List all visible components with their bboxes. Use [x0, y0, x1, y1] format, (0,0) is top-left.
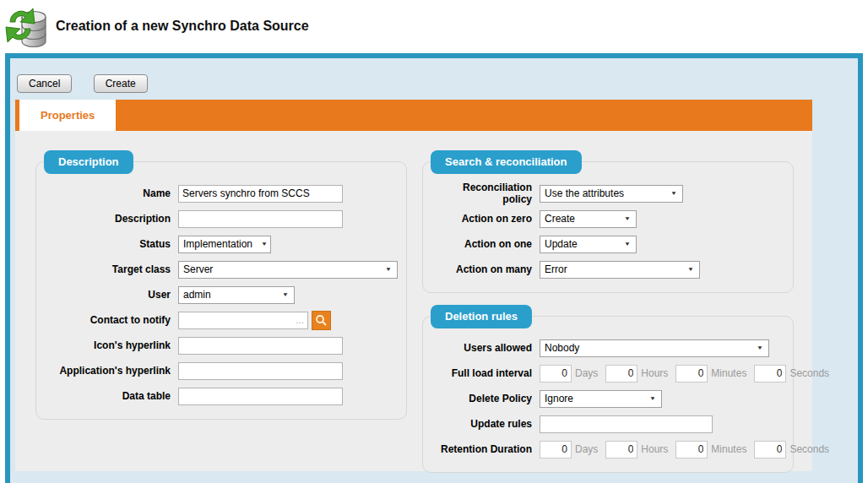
data-table-label: Data table [45, 390, 178, 402]
users-allowed-select-value: Nobody [545, 342, 579, 354]
chevron-down-icon: ▼ [385, 266, 392, 272]
action-on-many-label: Action on many [431, 263, 540, 275]
chevron-down-icon: ▼ [670, 190, 677, 196]
data-table-input[interactable] [178, 388, 343, 405]
minutes-unit-label: Minutes [711, 443, 746, 455]
chevron-down-icon: ▼ [649, 395, 656, 401]
days-unit-label: Days [575, 443, 598, 455]
reconciliation-policy-row: Reconciliation policy Use the attributes… [431, 181, 784, 206]
chevron-down-icon: ▼ [757, 345, 763, 350]
chevron-down-icon: ▼ [624, 241, 631, 247]
reconciliation-policy-select-value: Use the attributes [545, 187, 624, 199]
days-unit-label: Days [575, 367, 598, 379]
retention-minutes-input[interactable] [675, 441, 708, 459]
user-select[interactable]: admin ▼ [178, 286, 295, 304]
full-load-days-input[interactable] [540, 365, 572, 383]
status-label: Status [45, 238, 178, 250]
action-toolbar: Cancel Create [10, 58, 858, 93]
user-label: User [45, 289, 178, 301]
icon-hyperlink-label: Icon's hyperlink [45, 339, 178, 351]
search-reconciliation-legend: Search & reconciliation [431, 150, 582, 174]
name-label: Name [45, 187, 178, 199]
seconds-unit-label: Seconds [789, 367, 829, 379]
page-header: Creation of a new Synchro Data Source [0, 0, 868, 52]
application-hyperlink-row: Application's hyperlink [45, 358, 398, 383]
description-row: Description [45, 206, 398, 231]
users-allowed-label: Users allowed [431, 342, 540, 354]
action-on-many-select[interactable]: Error ▼ [540, 261, 700, 279]
description-legend: Description [44, 150, 133, 174]
reconciliation-policy-select[interactable]: Use the attributes ▼ [540, 185, 683, 203]
action-on-many-row: Action on many Error ▼ [431, 257, 784, 282]
contact-to-notify-label: Contact to notify [45, 314, 178, 326]
name-row: Name [45, 181, 398, 206]
chevron-down-icon: ▼ [282, 291, 289, 297]
contact-search-button[interactable] [312, 311, 331, 330]
chevron-down-icon: ▼ [624, 215, 631, 221]
synchro-data-source-icon [5, 3, 49, 49]
target-class-label: Target class [45, 263, 178, 275]
delete-policy-label: Delete Policy [431, 393, 540, 404]
user-select-value: admin [183, 289, 211, 301]
tab-strip: Properties [15, 100, 812, 131]
description-input[interactable] [178, 210, 343, 228]
full-load-hours-input[interactable] [605, 365, 637, 383]
description-fieldset: Description Name Description Status Impl… [35, 161, 407, 420]
hours-unit-label: Hours [641, 367, 668, 379]
search-reconciliation-fieldset: Search & reconciliation Reconciliation p… [422, 161, 794, 293]
delete-policy-row: Delete Policy Ignore ▼ [431, 386, 784, 411]
cancel-button[interactable]: Cancel [17, 74, 72, 93]
left-column: Description Name Description Status Impl… [15, 131, 407, 420]
icon-hyperlink-input[interactable] [178, 337, 343, 355]
full-load-minutes-input[interactable] [675, 365, 708, 383]
users-allowed-select[interactable]: Nobody ▼ [540, 339, 769, 357]
tab-properties[interactable]: Properties [19, 100, 116, 131]
retention-seconds-input[interactable] [754, 441, 786, 459]
right-column: Search & reconciliation Reconciliation p… [407, 131, 794, 473]
properties-tab-content: Description Name Description Status Impl… [15, 131, 812, 471]
action-on-one-label: Action on one [431, 238, 540, 250]
search-icon [315, 314, 328, 327]
action-on-one-select[interactable]: Update ▼ [540, 236, 637, 253]
name-input[interactable] [178, 185, 343, 203]
create-button[interactable]: Create [94, 74, 148, 93]
full-load-interval-row: Full load interval Days Hours Minutes Se… [431, 361, 784, 386]
update-rules-input[interactable] [540, 415, 713, 433]
chevron-down-icon: ▼ [261, 241, 268, 247]
page-title: Creation of a new Synchro Data Source [56, 19, 309, 34]
action-on-one-row: Action on one Update ▼ [431, 231, 784, 257]
retention-duration-row: Retention Duration Days Hours Minutes Se… [431, 437, 784, 462]
action-on-zero-label: Action on zero [431, 213, 540, 225]
minutes-unit-label: Minutes [711, 367, 746, 379]
target-class-row: Target class Server ▼ [45, 257, 398, 282]
delete-policy-select-value: Ignore [545, 393, 573, 404]
chevron-down-icon: ▼ [687, 266, 694, 272]
update-rules-row: Update rules [431, 411, 784, 437]
delete-policy-select[interactable]: Ignore ▼ [540, 390, 662, 408]
description-label: Description [45, 213, 178, 225]
action-on-zero-select-value: Create [545, 213, 575, 225]
contact-to-notify-row: Contact to notify ... [45, 307, 398, 333]
full-load-seconds-input[interactable] [754, 365, 786, 383]
target-class-select[interactable]: Server ▼ [178, 261, 398, 279]
full-load-interval-label: Full load interval [431, 367, 540, 379]
action-on-zero-row: Action on zero Create ▼ [431, 206, 784, 231]
contact-to-notify-input[interactable] [178, 312, 308, 329]
target-class-select-value: Server [183, 263, 213, 275]
action-on-many-select-value: Error [545, 263, 567, 275]
user-row: User admin ▼ [45, 282, 398, 307]
icon-hyperlink-row: Icon's hyperlink [45, 333, 398, 358]
status-select-value: Implementation [183, 238, 252, 250]
deletion-rules-legend: Deletion rules [431, 305, 532, 328]
seconds-unit-label: Seconds [789, 443, 829, 455]
status-select[interactable]: Implementation ▼ [178, 236, 271, 253]
retention-duration-label: Retention Duration [431, 443, 540, 455]
retention-hours-input[interactable] [605, 441, 637, 459]
application-hyperlink-input[interactable] [178, 362, 343, 380]
action-on-zero-select[interactable]: Create ▼ [540, 210, 637, 228]
status-row: Status Implementation ▼ [45, 231, 398, 257]
main-panel: Cancel Create Properties Description Nam… [5, 53, 863, 483]
retention-days-input[interactable] [540, 441, 572, 459]
action-on-one-select-value: Update [545, 238, 578, 250]
deletion-rules-fieldset: Deletion rules Users allowed Nobody ▼ Fu… [422, 316, 794, 473]
